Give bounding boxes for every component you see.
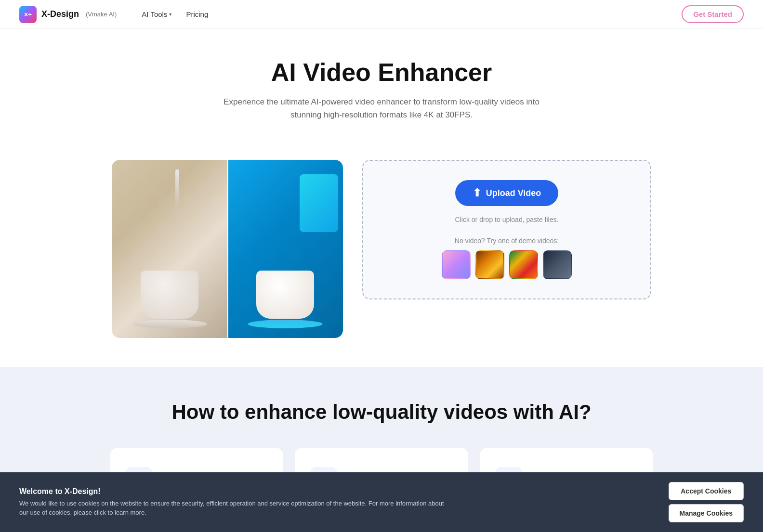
demo-thumbs [442, 250, 572, 279]
cup-right [256, 271, 314, 319]
water-stream [175, 169, 179, 208]
demo-image-wrapper [112, 160, 343, 338]
cookie-title: Welcome to X-Design! [19, 487, 659, 496]
demo-thumb-2[interactable] [475, 250, 504, 279]
cookie-actions: Accept Cookies Manage Cookies [669, 482, 744, 522]
demo-image-split [112, 160, 343, 338]
hero-section: AI Video Enhancer Experience the ultimat… [0, 29, 763, 160]
upload-hint: Click or drop to upload, paste files. [455, 216, 559, 223]
hero-title: AI Video Enhancer [19, 58, 744, 87]
nav-ai-tools[interactable]: AI Tools ▾ [136, 7, 177, 21]
demo-videos-label: No video? Try one of demo videos: [455, 237, 559, 245]
navbar: ×÷ X-Design (Vmake AI) AI Tools ▾ Pricin… [0, 0, 763, 29]
nav-links: AI Tools ▾ Pricing [136, 7, 214, 21]
brand-name: X-Design [41, 9, 79, 19]
nav-pricing[interactable]: Pricing [180, 7, 214, 21]
cookie-desc: We would like to use cookies on the webs… [19, 499, 453, 518]
cup-saucer-left [132, 320, 207, 328]
main-content: ⬆ Upload Video Click or drop to upload, … [92, 160, 671, 367]
brand-subtext: (Vmake AI) [86, 11, 117, 18]
blue-box [300, 174, 338, 232]
split-divider [227, 160, 228, 338]
how-title: How to enhance low-quality videos with A… [19, 401, 744, 424]
demo-thumb-1[interactable] [442, 250, 471, 279]
upload-icon: ⬆ [473, 187, 481, 199]
brand-logo-icon: ×÷ [19, 6, 37, 23]
hero-subtitle: Experience the ultimate AI-powered video… [213, 95, 550, 121]
manage-cookies-button[interactable]: Manage Cookies [669, 504, 744, 522]
cup-saucer-right [248, 320, 323, 328]
cookie-text: Welcome to X-Design! We would like to us… [19, 487, 659, 518]
upload-panel[interactable]: ⬆ Upload Video Click or drop to upload, … [362, 160, 651, 299]
demo-thumb-3[interactable] [509, 250, 538, 279]
demo-after-panel [227, 160, 343, 338]
accept-cookies-button[interactable]: Accept Cookies [669, 482, 744, 500]
brand-logo-link[interactable]: ×÷ X-Design (Vmake AI) [19, 6, 117, 23]
cookie-banner: Welcome to X-Design! We would like to us… [0, 472, 763, 532]
get-started-button[interactable]: Get Started [682, 5, 744, 23]
chevron-down-icon: ▾ [169, 12, 171, 17]
demo-before-panel [112, 160, 227, 338]
upload-video-button[interactable]: ⬆ Upload Video [455, 180, 559, 206]
cup-left [141, 271, 198, 319]
demo-thumb-4[interactable] [543, 250, 572, 279]
